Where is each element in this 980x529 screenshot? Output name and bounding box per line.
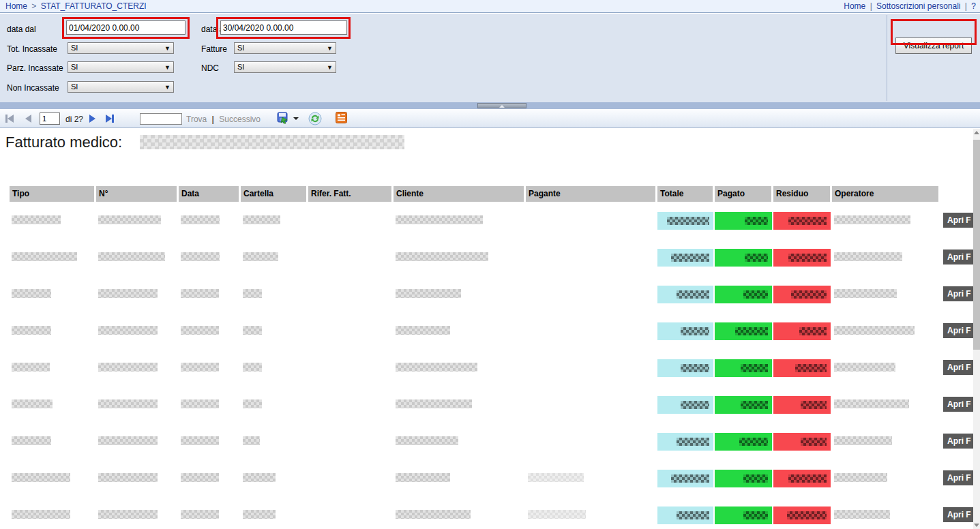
cell-residuo	[773, 286, 831, 303]
cell-totale	[657, 507, 713, 524]
subscriptions-link[interactable]: Sottoscrizioni personali	[876, 1, 960, 11]
refresh-icon	[308, 112, 322, 125]
find-next-link[interactable]: Successivo	[219, 115, 261, 124]
tot-incassate-select[interactable]: SI ▼	[68, 42, 174, 54]
redacted-tipo	[12, 215, 61, 224]
apri-fattura-button[interactable]: Apri F	[943, 470, 977, 485]
ndc-select[interactable]: SI ▼	[234, 61, 336, 73]
apri-fattura-button[interactable]: Apri F	[943, 434, 977, 449]
export-button[interactable]	[277, 112, 290, 127]
redacted-tipo	[12, 363, 50, 372]
visualizza-report-button[interactable]: Visualizza report	[895, 37, 972, 54]
redacted-cartella	[243, 252, 278, 261]
dropdown-arrow-icon: ▼	[327, 63, 333, 73]
redacted-operatore	[834, 510, 890, 519]
scroll-down-icon[interactable]	[974, 524, 979, 527]
breadcrumb: Home > STAT_FATTURATO_CTERZI	[5, 1, 147, 11]
previous-page-button[interactable]	[25, 113, 31, 124]
redacted-data	[181, 399, 219, 408]
apri-fattura-button[interactable]: Apri F	[943, 507, 977, 522]
fatture-select[interactable]: SI ▼	[234, 42, 336, 54]
redacted-value	[745, 254, 768, 262]
scrollbar-thumb[interactable]	[973, 140, 980, 350]
column-header-cartella: Cartella	[241, 186, 306, 202]
data-dal-label: data dal	[7, 25, 36, 34]
ndc-value: SI	[237, 63, 244, 71]
parz-incassate-label: Parz. Incassate	[7, 63, 63, 73]
redacted-cliente	[396, 326, 450, 335]
last-page-button[interactable]	[106, 113, 114, 124]
apri-fattura-button[interactable]: Apri F	[943, 360, 977, 375]
redacted-cliente	[396, 436, 458, 445]
scroll-up-icon[interactable]	[974, 131, 979, 134]
data-feed-button[interactable]	[336, 112, 347, 125]
redacted-tipo	[12, 399, 53, 408]
redacted-value	[795, 364, 827, 372]
apri-fattura-button[interactable]: Apri F	[943, 213, 977, 228]
cell-pagato	[715, 249, 772, 267]
apri-fattura-button[interactable]: Apri F	[943, 323, 977, 338]
redacted-tipo	[12, 326, 51, 335]
vertical-scrollbar[interactable]	[973, 129, 980, 529]
find-link[interactable]: Trova	[186, 115, 207, 124]
redacted-value	[677, 290, 709, 299]
redacted-value	[788, 474, 827, 483]
data-al-input[interactable]	[220, 20, 347, 35]
report-toolbar: di 2? Trova | Successivo	[0, 109, 980, 128]
redacted-data	[181, 473, 219, 482]
apri-fattura-button[interactable]: Apri F	[943, 250, 977, 264]
tot-incassate-label: Tot. Incassate	[7, 44, 57, 54]
non-incassate-label: Non Incassate	[7, 83, 59, 93]
redacted-cartella	[243, 363, 262, 372]
panel-divider	[887, 15, 887, 101]
dropdown-arrow-icon: ▼	[164, 82, 170, 93]
collapse-parameters-handle[interactable]	[477, 103, 526, 108]
parz-incassate-select[interactable]: SI ▼	[68, 61, 174, 73]
cell-pagato	[715, 470, 772, 487]
redacted-cliente	[396, 399, 472, 408]
non-incassate-select[interactable]: SI ▼	[68, 81, 174, 93]
report-area: Fatturato medico: TipoN°DataCartellaRife…	[0, 129, 980, 529]
page: Home > STAT_FATTURATO_CTERZI Home | Sott…	[0, 0, 980, 529]
dropdown-arrow-icon: ▼	[164, 63, 170, 73]
breadcrumb-home-link[interactable]: Home	[5, 1, 27, 11]
redacted-cliente	[396, 215, 483, 224]
next-page-button[interactable]	[89, 113, 95, 124]
apri-fattura-button[interactable]: Apri F	[943, 397, 977, 412]
next-page-icon	[89, 115, 95, 123]
page-count-label: di 2?	[65, 115, 83, 124]
cell-totale	[657, 286, 713, 303]
refresh-button[interactable]	[308, 112, 322, 127]
redacted-numero	[98, 289, 158, 298]
redacted-value	[735, 327, 768, 335]
tot-incassate-value: SI	[71, 44, 78, 52]
redacted-tipo	[12, 289, 51, 298]
column-header-cliente: Cliente	[394, 186, 524, 202]
top-links: Home | Sottoscrizioni personali | ?	[844, 1, 976, 11]
cell-residuo	[773, 322, 831, 340]
redacted-data	[181, 326, 219, 335]
redacted-cliente	[396, 473, 450, 482]
redacted-cartella	[243, 326, 262, 335]
dropdown-arrow-icon: ▼	[164, 44, 170, 54]
parameters-splitter	[0, 102, 980, 109]
home-link[interactable]: Home	[844, 1, 865, 11]
apri-fattura-button[interactable]: Apri F	[943, 286, 977, 301]
cell-totale	[657, 433, 713, 451]
first-page-button[interactable]	[5, 113, 14, 124]
redacted-numero	[98, 326, 158, 335]
redacted-pagante	[528, 510, 586, 519]
page-number-input[interactable]	[40, 112, 60, 125]
cell-pagato	[715, 322, 772, 340]
cell-totale	[657, 359, 713, 377]
fatture-label: Fatture	[201, 44, 227, 54]
cell-pagato	[715, 433, 772, 451]
column-header-residuo: Residuo	[773, 186, 830, 202]
find-text-input[interactable]	[140, 113, 182, 125]
help-link[interactable]: ?	[971, 1, 976, 11]
export-dropdown-caret-icon[interactable]	[293, 117, 299, 120]
redacted-value	[788, 217, 827, 225]
redacted-value	[677, 511, 709, 519]
redacted-value	[788, 254, 827, 262]
data-dal-input[interactable]	[66, 20, 185, 35]
